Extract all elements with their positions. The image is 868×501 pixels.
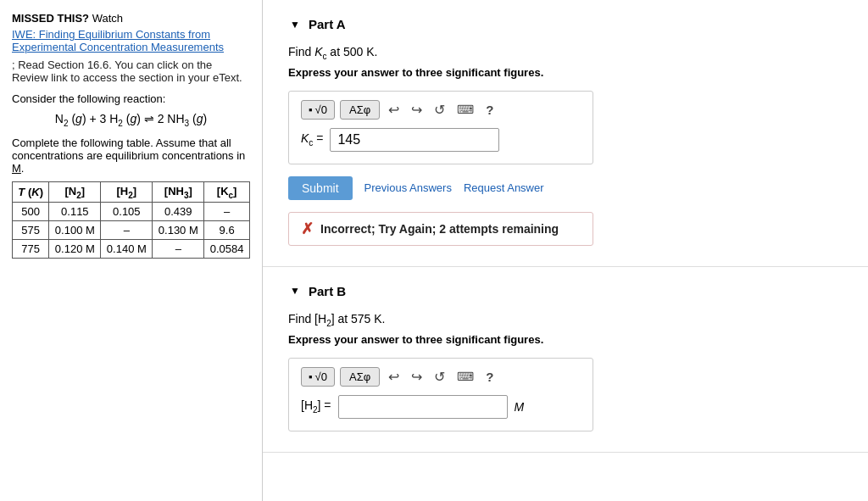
kc-label-a: Kc =: [301, 131, 323, 148]
request-answer-link-a[interactable]: Request Answer: [464, 181, 544, 194]
matrix-icon-b: ▪: [309, 370, 313, 383]
complete-text: Complete the following table. Assume tha…: [12, 136, 250, 175]
cell-N2-3: 0.120 M: [49, 240, 101, 259]
greek-button-b[interactable]: ΑΣφ: [340, 367, 380, 387]
help-button-b[interactable]: ?: [482, 368, 497, 386]
missed-label: MISSED THIS?: [12, 12, 89, 25]
part-a-find-text: Find Kc at 500 K.: [288, 45, 843, 61]
submit-button-a[interactable]: Submit: [288, 176, 353, 200]
part-a-action-row: Submit Previous Answers Request Answer: [288, 176, 843, 200]
consider-text: Consider the following reaction:: [12, 92, 250, 105]
cell-N2-2: 0.100 M: [49, 221, 101, 240]
keyboard-button-b[interactable]: ⌨: [453, 368, 477, 385]
matrix-sqrt-button-a[interactable]: ▪ √0: [301, 100, 335, 120]
part-a-feedback: ✗ Incorrect; Try Again; 2 attempts remai…: [288, 212, 593, 246]
undo-button-b[interactable]: ↩: [385, 367, 403, 387]
previous-answers-link-a[interactable]: Previous Answers: [364, 181, 452, 194]
h2-input-b[interactable]: [338, 395, 508, 419]
refresh-button-a[interactable]: ↺: [431, 100, 448, 120]
col-header-N2: [N2]: [49, 181, 101, 203]
cell-T3: 775: [13, 240, 49, 259]
cell-N2-1: 0.115: [49, 203, 101, 221]
sqrt-icon-a: √0: [315, 103, 327, 116]
part-b-input-box: ▪ √0 ΑΣφ ↩ ↪ ↺ ⌨ ? [H2] = M: [288, 358, 593, 431]
redo-button-a[interactable]: ↪: [408, 100, 426, 120]
help-button-a[interactable]: ?: [482, 101, 497, 119]
col-header-NH3: [NH3]: [153, 181, 204, 203]
col-header-T: T (K): [13, 181, 49, 203]
part-b-answer-row: [H2] = M: [301, 395, 581, 419]
right-panel: ▼ Part A Find Kc at 500 K. Express your …: [263, 0, 868, 501]
part-a-input-box: ▪ √0 ΑΣφ ↩ ↪ ↺ ⌨ ? Kc =: [288, 91, 593, 164]
cell-T1: 500: [13, 203, 49, 221]
h2-label-b: [H2] =: [301, 398, 331, 415]
feedback-text-a: Incorrect; Try Again; 2 attempts remaini…: [320, 222, 559, 236]
watch-label: Watch: [92, 12, 123, 25]
col-header-H2: [H2]: [101, 181, 153, 203]
part-b-toolbar: ▪ √0 ΑΣφ ↩ ↪ ↺ ⌨ ?: [301, 367, 581, 387]
matrix-icon-a: ▪: [309, 103, 313, 116]
table-row: 500 0.115 0.105 0.439 –: [13, 203, 250, 221]
table-row: 775 0.120 M 0.140 M – 0.0584: [13, 240, 250, 259]
part-a-collapse-arrow[interactable]: ▼: [288, 18, 302, 31]
col-header-Kc: [Kc]: [204, 181, 250, 203]
reaction-equation: N2 (g) + 3 H2 (g) ⇌ 2 NH3 (g): [12, 112, 250, 128]
keyboard-button-a[interactable]: ⌨: [453, 101, 477, 118]
part-a-title: Part A: [309, 17, 346, 31]
greek-label-b: ΑΣφ: [349, 370, 370, 383]
cell-NH3-1: 0.439: [153, 203, 204, 221]
part-b-find-text: Find [H2] at 575 K.: [288, 312, 843, 328]
cell-H2-1: 0.105: [101, 203, 153, 221]
cell-T2: 575: [13, 221, 49, 240]
cell-H2-3: 0.140 M: [101, 240, 153, 259]
part-b-express-text: Express your answer to three significant…: [288, 333, 843, 346]
part-b-header: ▼ Part B: [288, 284, 843, 298]
part-b-collapse-arrow[interactable]: ▼: [288, 284, 302, 298]
cell-H2-2: –: [101, 221, 153, 240]
left-panel: MISSED THIS? Watch IWE: Finding Equilibr…: [0, 0, 263, 501]
error-icon-a: ✗: [301, 220, 314, 238]
greek-label-a: ΑΣφ: [349, 103, 370, 116]
redo-button-b[interactable]: ↪: [408, 367, 426, 387]
part-b-title: Part B: [309, 284, 346, 298]
table-row: 575 0.100 M – 0.130 M 9.6: [13, 221, 250, 240]
matrix-sqrt-button-b[interactable]: ▪ √0: [301, 367, 335, 387]
part-a-express-text: Express your answer to three significant…: [288, 66, 843, 79]
cell-Kc-3: 0.0584: [204, 240, 250, 259]
cell-Kc-1: –: [204, 203, 250, 221]
part-a-header: ▼ Part A: [288, 17, 843, 31]
part-a-toolbar: ▪ √0 ΑΣφ ↩ ↪ ↺ ⌨ ?: [301, 100, 581, 120]
review-text: ; Read Section 16.6. You can click on th…: [12, 58, 250, 84]
kc-input-a[interactable]: [330, 128, 499, 152]
data-table: T (K) [N2] [H2] [NH3] [Kc] 500 0.115 0.1…: [12, 181, 250, 259]
refresh-button-b[interactable]: ↺: [431, 367, 448, 387]
sqrt-icon-b: √0: [315, 370, 327, 383]
iwe-link[interactable]: IWE: Finding Equilibrium Constants from …: [12, 28, 250, 53]
unit-label-b: M: [515, 400, 525, 414]
cell-NH3-2: 0.130 M: [153, 221, 204, 240]
part-a-answer-row: Kc =: [301, 128, 581, 152]
undo-button-a[interactable]: ↩: [385, 100, 403, 120]
part-b-section: ▼ Part B Find [H2] at 575 K. Express you…: [263, 267, 868, 453]
cell-Kc-2: 9.6: [204, 221, 250, 240]
greek-button-a[interactable]: ΑΣφ: [340, 100, 380, 120]
cell-NH3-3: –: [153, 240, 204, 259]
part-a-section: ▼ Part A Find Kc at 500 K. Express your …: [263, 0, 868, 267]
